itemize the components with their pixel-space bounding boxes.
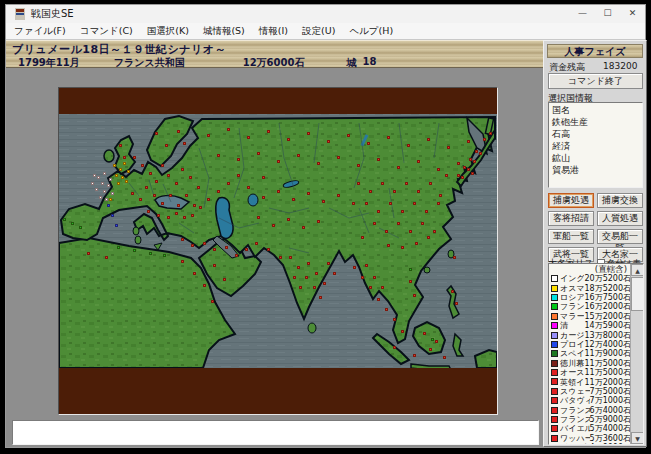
city-dot[interactable] — [467, 168, 470, 171]
daimyo-listbox[interactable]: (直轄含) イングラ..20万5200石オスマン..18万5200石ロシア帝..… — [548, 263, 644, 445]
city-dot[interactable] — [421, 222, 424, 225]
city-dot[interactable] — [262, 176, 265, 179]
city-dot[interactable] — [141, 164, 144, 167]
city-dot[interactable] — [257, 216, 260, 219]
city-dot[interactable] — [191, 244, 194, 247]
city-dot[interactable] — [327, 140, 330, 143]
city-dot[interactable] — [115, 224, 118, 227]
city-dot[interactable] — [277, 190, 280, 193]
city-dot[interactable] — [119, 144, 122, 147]
city-dot[interactable] — [149, 172, 152, 175]
minimize-button[interactable]: — — [570, 5, 595, 23]
city-dot[interactable] — [191, 214, 194, 217]
city-dot[interactable] — [479, 152, 482, 155]
city-dot[interactable] — [297, 154, 300, 157]
city-dot[interactable] — [471, 172, 474, 175]
city-dot[interactable] — [213, 264, 216, 267]
city-dot[interactable] — [127, 170, 130, 173]
city-dot[interactable] — [305, 276, 308, 279]
title-bar[interactable]: 戦国史SE — ☐ ✕ — [6, 5, 645, 23]
city-dot[interactable] — [322, 200, 325, 203]
city-dot[interactable] — [225, 246, 228, 249]
city-dot[interactable] — [439, 194, 442, 197]
city-dot[interactable] — [463, 166, 466, 169]
city-dot[interactable] — [105, 198, 108, 201]
city-dot[interactable] — [203, 284, 206, 287]
city-dot[interactable] — [369, 286, 372, 289]
scroll-down-icon[interactable]: ▼ — [631, 432, 644, 444]
selected-info-item[interactable]: 国名 — [552, 104, 639, 116]
city-dot[interactable] — [365, 264, 368, 267]
city-dot[interactable] — [417, 190, 420, 193]
city-dot[interactable] — [279, 256, 282, 259]
city-dot[interactable] — [121, 176, 124, 179]
menu-item[interactable]: 城情報(S) — [203, 25, 245, 38]
scroll-thumb[interactable] — [631, 277, 644, 311]
tradeship-list-button[interactable]: 交易船一覧 — [597, 229, 643, 244]
city-dot[interactable] — [113, 164, 116, 167]
city-dot[interactable] — [175, 182, 178, 185]
city-dot[interactable] — [352, 202, 355, 205]
city-dot[interactable] — [447, 146, 450, 149]
city-dot[interactable] — [361, 236, 364, 239]
city-dot[interactable] — [427, 236, 430, 239]
city-dot[interactable] — [109, 178, 112, 181]
city-dot[interactable] — [111, 192, 114, 195]
city-dot[interactable] — [373, 222, 376, 225]
city-dot[interactable] — [237, 174, 240, 177]
city-dot[interactable] — [193, 204, 196, 207]
menu-item[interactable]: 情報(I) — [259, 25, 288, 38]
city-dot[interactable] — [401, 246, 404, 249]
city-dot[interactable] — [469, 158, 472, 161]
city-dot[interactable] — [425, 210, 428, 213]
city-dot[interactable] — [115, 174, 118, 177]
city-dot[interactable] — [175, 212, 178, 215]
menu-item[interactable]: コマンド(C) — [80, 25, 133, 38]
city-dot[interactable] — [397, 222, 400, 225]
city-dot[interactable] — [302, 226, 305, 229]
city-dot[interactable] — [423, 332, 426, 335]
city-dot[interactable] — [181, 238, 184, 241]
city-dot[interactable] — [223, 278, 226, 281]
city-dot[interactable] — [185, 194, 188, 197]
city-dot[interactable] — [107, 184, 110, 187]
city-dot[interactable] — [211, 300, 214, 303]
city-dot[interactable] — [139, 198, 142, 201]
city-dot[interactable] — [133, 156, 136, 159]
city-dot[interactable] — [397, 166, 400, 169]
command-end-button[interactable]: コマンド終了 — [548, 73, 643, 89]
city-dot[interactable] — [289, 256, 292, 259]
city-dot[interactable] — [262, 196, 265, 199]
guest-invite-button[interactable]: 客将招請 — [548, 211, 594, 226]
city-dot[interactable] — [377, 298, 380, 301]
city-dot[interactable] — [105, 256, 108, 259]
city-dot[interactable] — [457, 174, 460, 177]
city-dot[interactable] — [381, 182, 384, 185]
city-dot[interactable] — [99, 196, 102, 199]
city-dot[interactable] — [429, 348, 432, 351]
city-dot[interactable] — [93, 174, 96, 177]
city-dot[interactable] — [431, 338, 434, 341]
city-dot[interactable] — [165, 144, 168, 147]
city-dot[interactable] — [387, 136, 390, 139]
city-dot[interactable] — [217, 190, 220, 193]
city-dot[interactable] — [183, 142, 186, 145]
city-dot[interactable] — [169, 194, 172, 197]
city-dot[interactable] — [381, 286, 384, 289]
city-dot[interactable] — [445, 174, 448, 177]
city-dot[interactable] — [413, 354, 416, 357]
city-dot[interactable] — [413, 202, 416, 205]
city-dot[interactable] — [293, 276, 296, 279]
city-dot[interactable] — [393, 318, 396, 321]
scroll-up-icon[interactable]: ▲ — [631, 264, 644, 276]
city-dot[interactable] — [79, 226, 82, 229]
selected-info-item[interactable]: 鉄砲生産 — [552, 116, 639, 128]
city-dot[interactable] — [207, 134, 210, 137]
city-dot[interactable] — [297, 266, 300, 269]
selected-info-item[interactable]: 石高 — [552, 128, 639, 140]
city-dot[interactable] — [387, 244, 390, 247]
city-dot[interactable] — [369, 190, 372, 193]
city-dot[interactable] — [347, 134, 350, 137]
city-dot[interactable] — [451, 290, 454, 293]
city-dot[interactable] — [163, 254, 166, 257]
